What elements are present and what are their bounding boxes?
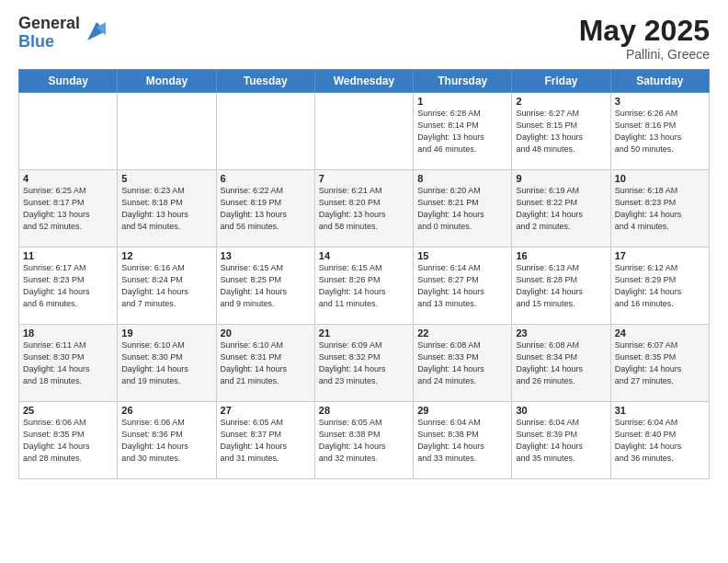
header: General Blue May 2025 Pallini, Greece: [18, 15, 710, 62]
day-number: 2: [516, 96, 606, 107]
calendar-cell: 20Sunrise: 6:10 AM Sunset: 8:31 PM Dayli…: [216, 325, 314, 402]
day-number: 28: [319, 405, 409, 416]
weekday-header-saturday: Saturday: [610, 70, 709, 93]
day-info: Sunrise: 6:04 AM Sunset: 8:39 PM Dayligh…: [516, 418, 583, 463]
month-year: May 2025: [579, 15, 710, 47]
day-info: Sunrise: 6:14 AM Sunset: 8:27 PM Dayligh…: [417, 263, 484, 308]
day-number: 15: [417, 250, 507, 261]
day-number: 3: [615, 96, 705, 107]
week-row-1: 1Sunrise: 6:28 AM Sunset: 8:14 PM Daylig…: [19, 93, 710, 170]
week-row-2: 4Sunrise: 6:25 AM Sunset: 8:17 PM Daylig…: [19, 170, 710, 247]
calendar-cell: 29Sunrise: 6:04 AM Sunset: 8:38 PM Dayli…: [414, 402, 512, 479]
day-info: Sunrise: 6:23 AM Sunset: 8:18 PM Dayligh…: [121, 186, 188, 231]
day-number: 27: [221, 405, 311, 416]
day-info: Sunrise: 6:20 AM Sunset: 8:21 PM Dayligh…: [417, 186, 484, 231]
title-block: May 2025 Pallini, Greece: [579, 15, 710, 62]
day-info: Sunrise: 6:10 AM Sunset: 8:30 PM Dayligh…: [121, 340, 188, 385]
calendar-cell: [216, 93, 314, 170]
calendar-cell: 15Sunrise: 6:14 AM Sunset: 8:27 PM Dayli…: [414, 247, 512, 325]
weekday-header-monday: Monday: [118, 70, 216, 93]
day-info: Sunrise: 6:19 AM Sunset: 8:22 PM Dayligh…: [516, 186, 583, 231]
day-number: 1: [417, 96, 507, 107]
logo-blue: Blue: [18, 33, 80, 52]
day-number: 14: [319, 250, 409, 261]
day-number: 21: [319, 327, 409, 339]
calendar-cell: 7Sunrise: 6:21 AM Sunset: 8:20 PM Daylig…: [314, 170, 413, 247]
day-info: Sunrise: 6:06 AM Sunset: 8:36 PM Dayligh…: [121, 418, 188, 463]
week-row-3: 11Sunrise: 6:17 AM Sunset: 8:23 PM Dayli…: [19, 247, 710, 325]
day-number: 20: [221, 327, 311, 339]
calendar-cell: 27Sunrise: 6:05 AM Sunset: 8:37 PM Dayli…: [216, 402, 314, 479]
day-number: 17: [615, 250, 705, 261]
day-number: 25: [23, 405, 113, 416]
calendar-cell: 11Sunrise: 6:17 AM Sunset: 8:23 PM Dayli…: [19, 247, 118, 325]
calendar-cell: 25Sunrise: 6:06 AM Sunset: 8:35 PM Dayli…: [19, 402, 118, 479]
day-number: 8: [417, 173, 507, 184]
day-number: 23: [516, 327, 606, 339]
calendar-cell: 5Sunrise: 6:23 AM Sunset: 8:18 PM Daylig…: [118, 170, 216, 247]
calendar-cell: 23Sunrise: 6:08 AM Sunset: 8:34 PM Dayli…: [512, 325, 610, 402]
day-info: Sunrise: 6:04 AM Sunset: 8:38 PM Dayligh…: [417, 418, 484, 463]
day-info: Sunrise: 6:13 AM Sunset: 8:28 PM Dayligh…: [516, 263, 583, 308]
calendar-cell: 21Sunrise: 6:09 AM Sunset: 8:32 PM Dayli…: [314, 325, 413, 402]
day-info: Sunrise: 6:22 AM Sunset: 8:19 PM Dayligh…: [221, 186, 288, 231]
weekday-header-wednesday: Wednesday: [314, 70, 413, 93]
day-info: Sunrise: 6:26 AM Sunset: 8:16 PM Dayligh…: [615, 109, 682, 154]
day-info: Sunrise: 6:21 AM Sunset: 8:20 PM Dayligh…: [319, 186, 386, 231]
day-info: Sunrise: 6:07 AM Sunset: 8:35 PM Dayligh…: [615, 340, 682, 385]
calendar-cell: 14Sunrise: 6:15 AM Sunset: 8:26 PM Dayli…: [314, 247, 413, 325]
calendar-cell: [314, 93, 413, 170]
day-info: Sunrise: 6:12 AM Sunset: 8:29 PM Dayligh…: [615, 263, 682, 308]
calendar-cell: 26Sunrise: 6:06 AM Sunset: 8:36 PM Dayli…: [118, 402, 216, 479]
day-number: 4: [23, 173, 113, 184]
weekday-header-thursday: Thursday: [414, 70, 512, 93]
logo-general: General: [18, 15, 80, 33]
day-number: 24: [615, 327, 705, 339]
day-info: Sunrise: 6:18 AM Sunset: 8:23 PM Dayligh…: [615, 186, 682, 231]
page: General Blue May 2025 Pallini, Greece Su…: [0, 0, 728, 563]
day-number: 19: [121, 327, 211, 339]
calendar-cell: 24Sunrise: 6:07 AM Sunset: 8:35 PM Dayli…: [610, 325, 709, 402]
calendar-cell: [19, 93, 118, 170]
calendar-cell: 8Sunrise: 6:20 AM Sunset: 8:21 PM Daylig…: [414, 170, 512, 247]
calendar-cell: 30Sunrise: 6:04 AM Sunset: 8:39 PM Dayli…: [512, 402, 610, 479]
day-number: 11: [23, 250, 113, 261]
calendar-cell: 19Sunrise: 6:10 AM Sunset: 8:30 PM Dayli…: [118, 325, 216, 402]
day-number: 26: [121, 405, 211, 416]
day-info: Sunrise: 6:15 AM Sunset: 8:25 PM Dayligh…: [221, 263, 288, 308]
calendar-cell: 18Sunrise: 6:11 AM Sunset: 8:30 PM Dayli…: [19, 325, 118, 402]
calendar-cell: 16Sunrise: 6:13 AM Sunset: 8:28 PM Dayli…: [512, 247, 610, 325]
day-info: Sunrise: 6:05 AM Sunset: 8:37 PM Dayligh…: [221, 418, 288, 463]
day-info: Sunrise: 6:09 AM Sunset: 8:32 PM Dayligh…: [319, 340, 386, 385]
day-info: Sunrise: 6:11 AM Sunset: 8:30 PM Dayligh…: [23, 340, 90, 385]
logo-icon: [84, 18, 109, 44]
day-number: 31: [615, 405, 705, 416]
day-number: 12: [121, 250, 211, 261]
day-info: Sunrise: 6:08 AM Sunset: 8:34 PM Dayligh…: [516, 340, 583, 385]
calendar-cell: 12Sunrise: 6:16 AM Sunset: 8:24 PM Dayli…: [118, 247, 216, 325]
day-number: 29: [417, 405, 507, 416]
day-info: Sunrise: 6:06 AM Sunset: 8:35 PM Dayligh…: [23, 418, 90, 463]
calendar-table: SundayMondayTuesdayWednesdayThursdayFrid…: [18, 69, 710, 479]
day-number: 16: [516, 250, 606, 261]
day-number: 7: [319, 173, 409, 184]
calendar-cell: 3Sunrise: 6:26 AM Sunset: 8:16 PM Daylig…: [610, 93, 709, 170]
calendar-cell: 4Sunrise: 6:25 AM Sunset: 8:17 PM Daylig…: [19, 170, 118, 247]
weekday-header-tuesday: Tuesday: [216, 70, 314, 93]
calendar-cell: 13Sunrise: 6:15 AM Sunset: 8:25 PM Dayli…: [216, 247, 314, 325]
day-number: 5: [121, 173, 211, 184]
weekday-header-friday: Friday: [512, 70, 610, 93]
calendar-cell: 22Sunrise: 6:08 AM Sunset: 8:33 PM Dayli…: [414, 325, 512, 402]
calendar-cell: 28Sunrise: 6:05 AM Sunset: 8:38 PM Dayli…: [314, 402, 413, 479]
day-number: 30: [516, 405, 606, 416]
calendar-cell: 2Sunrise: 6:27 AM Sunset: 8:15 PM Daylig…: [512, 93, 610, 170]
day-number: 18: [23, 327, 113, 339]
calendar-cell: 6Sunrise: 6:22 AM Sunset: 8:19 PM Daylig…: [216, 170, 314, 247]
calendar-cell: 9Sunrise: 6:19 AM Sunset: 8:22 PM Daylig…: [512, 170, 610, 247]
week-row-5: 25Sunrise: 6:06 AM Sunset: 8:35 PM Dayli…: [19, 402, 710, 479]
day-info: Sunrise: 6:28 AM Sunset: 8:14 PM Dayligh…: [417, 109, 484, 154]
day-number: 6: [221, 173, 311, 184]
day-info: Sunrise: 6:05 AM Sunset: 8:38 PM Dayligh…: [319, 418, 386, 463]
logo-text: General Blue: [18, 15, 80, 52]
weekday-header-sunday: Sunday: [19, 70, 118, 93]
